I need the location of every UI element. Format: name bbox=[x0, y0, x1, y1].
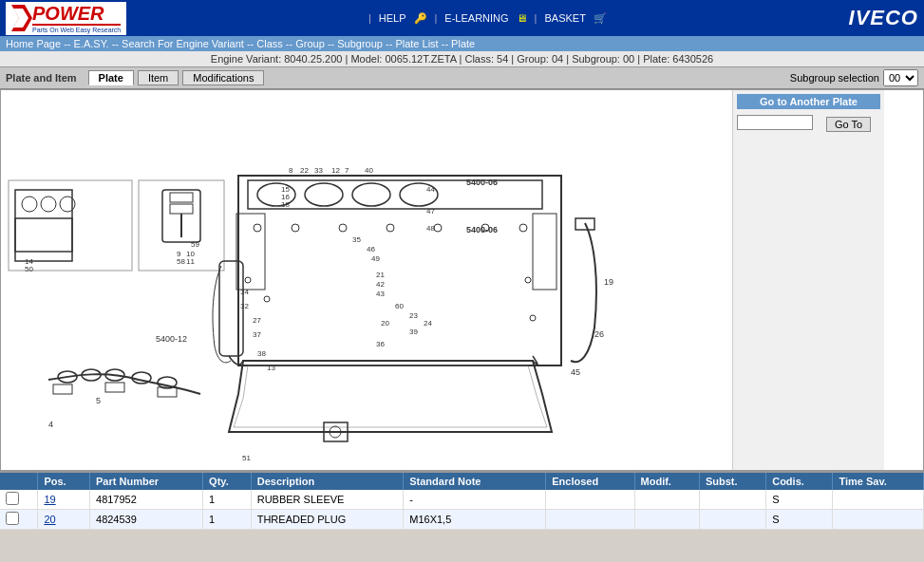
parts-diagram: 14 50 9 58 10 11 59 bbox=[1, 90, 732, 470]
tab-modifications[interactable]: Modifications bbox=[182, 70, 264, 85]
svg-text:23: 23 bbox=[409, 311, 418, 320]
plate-number-input[interactable] bbox=[737, 115, 813, 130]
svg-text:13: 13 bbox=[267, 364, 275, 372]
row-checkbox[interactable] bbox=[6, 512, 19, 525]
row-codis: S bbox=[766, 490, 833, 510]
pos-link[interactable]: 20 bbox=[44, 514, 55, 525]
svg-text:19: 19 bbox=[604, 277, 613, 287]
col-header-partnum: Part Number bbox=[90, 473, 203, 490]
col-header-desc: Description bbox=[251, 473, 404, 490]
elearning-link[interactable]: E-LEARNING bbox=[444, 12, 508, 24]
tab-item[interactable]: Item bbox=[138, 70, 179, 85]
svg-text:8: 8 bbox=[289, 166, 293, 175]
row-modif bbox=[634, 510, 699, 530]
help-link[interactable]: HELP bbox=[379, 12, 406, 24]
row-time-sav bbox=[833, 490, 924, 510]
tab-bar: Plate and Item Plate Item Modifications … bbox=[0, 67, 924, 89]
table-header-row: Pos. Part Number Qty. Description Standa… bbox=[0, 473, 924, 490]
row-part-number: 4817952 bbox=[90, 490, 203, 510]
svg-text:22: 22 bbox=[300, 166, 309, 175]
svg-text:59: 59 bbox=[191, 240, 199, 249]
svg-text:12: 12 bbox=[331, 166, 340, 175]
col-header-stdnote: Standard Note bbox=[404, 473, 546, 490]
svg-text:20: 20 bbox=[381, 319, 389, 328]
svg-text:24: 24 bbox=[424, 319, 432, 328]
elearning-icon: 🖥 bbox=[517, 12, 527, 24]
logo-arrow-icon bbox=[11, 5, 32, 31]
parts-table: Pos. Part Number Qty. Description Standa… bbox=[0, 473, 924, 530]
iveco-logo: IVECO bbox=[849, 6, 918, 30]
subgroup-label: Subgroup selection bbox=[790, 72, 879, 84]
tab-plate[interactable]: Plate bbox=[88, 70, 134, 85]
row-description: THREADED PLUG bbox=[251, 510, 404, 530]
svg-text:46: 46 bbox=[367, 245, 375, 253]
row-qty: 1 bbox=[203, 490, 252, 510]
svg-text:45: 45 bbox=[571, 367, 580, 377]
header: POWER Parts On Web Easy Research | HELP … bbox=[0, 0, 924, 36]
table-row: 1948179521RUBBER SLEEVE-S bbox=[0, 490, 924, 510]
svg-text:42: 42 bbox=[376, 280, 385, 289]
row-part-number: 4824539 bbox=[90, 510, 203, 530]
svg-text:50: 50 bbox=[25, 265, 33, 273]
svg-text:51: 51 bbox=[242, 454, 251, 462]
logo-sub-text: Parts On Web Easy Research bbox=[32, 27, 121, 33]
col-header-pos: Pos. bbox=[38, 473, 90, 490]
svg-text:37: 37 bbox=[253, 330, 261, 339]
row-enclosed bbox=[546, 510, 634, 530]
row-pos[interactable]: 19 bbox=[38, 490, 90, 510]
basket-link[interactable]: BASKET bbox=[544, 12, 585, 24]
row-checkbox-cell bbox=[0, 490, 38, 510]
subgroup-area: Subgroup selection 00 01 02 bbox=[790, 69, 918, 86]
svg-text:48: 48 bbox=[426, 224, 435, 233]
row-checkbox[interactable] bbox=[6, 492, 19, 505]
svg-text:5400-06: 5400-06 bbox=[466, 225, 498, 234]
col-header-timesav: Time Sav. bbox=[833, 473, 924, 490]
logo-power: POWER Parts On Web Easy Research bbox=[32, 4, 121, 33]
svg-text:44: 44 bbox=[426, 185, 435, 194]
row-standard-note: M16X1,5 bbox=[404, 510, 546, 530]
svg-text:47: 47 bbox=[426, 207, 435, 215]
plate-panel: Go to Another Plate Go To bbox=[732, 90, 884, 470]
logo-area: POWER Parts On Web Easy Research bbox=[6, 2, 126, 35]
pos-link[interactable]: 19 bbox=[44, 494, 55, 505]
svg-text:21: 21 bbox=[376, 271, 385, 279]
svg-text:32: 32 bbox=[240, 302, 249, 310]
svg-text:38: 38 bbox=[257, 349, 266, 358]
row-enclosed bbox=[546, 490, 634, 510]
svg-text:5400-12: 5400-12 bbox=[156, 334, 187, 344]
parts-tbody: 1948179521RUBBER SLEEVE-S2048245391THREA… bbox=[0, 490, 924, 530]
col-header-checkbox bbox=[0, 473, 38, 490]
svg-text:11: 11 bbox=[186, 257, 195, 266]
svg-text:60: 60 bbox=[395, 302, 404, 310]
col-header-codis: Codis. bbox=[766, 473, 833, 490]
svg-text:35: 35 bbox=[352, 235, 361, 244]
section-label: Plate and Item bbox=[6, 72, 77, 84]
svg-text:26: 26 bbox=[594, 329, 604, 339]
help-icon: 🔑 bbox=[414, 12, 427, 25]
svg-rect-2 bbox=[1, 90, 732, 470]
col-header-modif: Modif. bbox=[634, 473, 699, 490]
col-header-qty: Qty. bbox=[203, 473, 252, 490]
main-content: 14 50 9 58 10 11 59 bbox=[0, 89, 924, 471]
svg-text:7: 7 bbox=[345, 166, 349, 175]
svg-text:34: 34 bbox=[240, 288, 249, 296]
row-checkbox-cell bbox=[0, 510, 38, 530]
goto-button[interactable]: Go To bbox=[826, 117, 871, 132]
breadcrumb-text: Home Page -- E.A.SY. -- Search For Engin… bbox=[6, 38, 475, 49]
logo-box: POWER Parts On Web Easy Research bbox=[6, 2, 126, 35]
subgroup-select[interactable]: 00 01 02 bbox=[883, 69, 918, 86]
svg-text:33: 33 bbox=[314, 166, 323, 175]
svg-text:40: 40 bbox=[365, 166, 373, 175]
row-pos[interactable]: 20 bbox=[38, 510, 90, 530]
logo-power-text: POWER bbox=[32, 4, 121, 23]
svg-text:18: 18 bbox=[281, 200, 290, 209]
row-subst bbox=[699, 490, 765, 510]
row-time-sav bbox=[833, 510, 924, 530]
svg-text:43: 43 bbox=[376, 290, 385, 298]
table-row: 2048245391THREADED PLUGM16X1,5S bbox=[0, 510, 924, 530]
engine-info-bar: Engine Variant: 8040.25.200 | Model: 006… bbox=[0, 51, 924, 67]
row-subst bbox=[699, 510, 765, 530]
parts-table-area: Pos. Part Number Qty. Description Standa… bbox=[0, 471, 924, 530]
header-nav: | HELP 🔑 | E-LEARNING 🖥 | BASKET 🛒 bbox=[368, 12, 607, 25]
plate-panel-title: Go to Another Plate bbox=[737, 94, 880, 109]
